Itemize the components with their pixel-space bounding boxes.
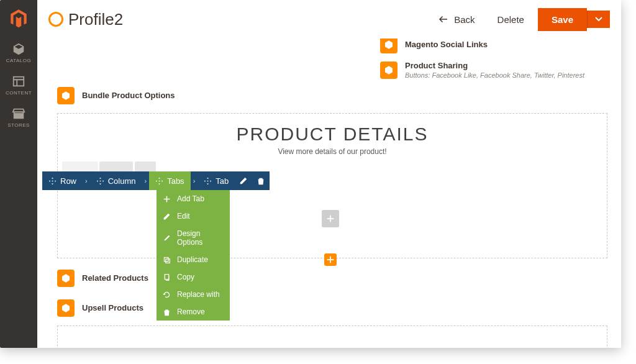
product-details-heading: PRODUCT DETAILS xyxy=(58,124,607,145)
menu-add-tab[interactable]: Add Tab xyxy=(157,190,230,207)
menu-edit[interactable]: Edit xyxy=(157,207,230,225)
breadcrumb-tab[interactable]: Tab xyxy=(198,171,235,190)
bottom-section xyxy=(57,325,607,348)
chevron-right-icon: › xyxy=(142,177,149,184)
menu-design-options[interactable]: Design Options xyxy=(157,225,230,251)
menu-label: Copy xyxy=(177,273,194,281)
menu-replace[interactable]: Replace with xyxy=(157,286,230,303)
menu-label: Replace with xyxy=(177,290,220,299)
sidebar-item-content[interactable]: CONTENT xyxy=(0,70,37,102)
trash-icon xyxy=(163,308,171,316)
delete-button[interactable]: Delete xyxy=(489,11,533,29)
box-icon xyxy=(57,87,75,104)
box-icon xyxy=(380,39,398,53)
sidebar-item-label: CONTENT xyxy=(6,90,32,96)
admin-sidebar: CATALOG CONTENT STORES xyxy=(0,0,37,348)
svg-rect-0 xyxy=(14,77,24,86)
breadcrumb-column[interactable]: Column xyxy=(90,171,142,190)
brush-icon xyxy=(163,234,171,242)
box-icon xyxy=(57,270,75,287)
delete-element-button[interactable] xyxy=(252,171,270,190)
tab-stub[interactable] xyxy=(62,162,98,171)
breadcrumb-row[interactable]: Row xyxy=(42,171,83,190)
menu-label: Duplicate xyxy=(177,255,208,264)
menu-label: Add Tab xyxy=(177,194,204,203)
menu-label: Remove xyxy=(177,307,205,316)
svg-rect-5 xyxy=(166,258,170,263)
product-details-sub: View more details of our product! xyxy=(58,147,607,156)
breadcrumb-label: Column xyxy=(108,176,136,186)
move-icon xyxy=(96,177,104,185)
profile-ring-icon xyxy=(48,12,63,27)
add-row-button[interactable] xyxy=(324,253,337,266)
back-button[interactable]: Back xyxy=(429,10,483,29)
tab-stub[interactable] xyxy=(135,162,156,171)
page-title: Profile2 xyxy=(68,10,123,29)
widget-subtitle: Buttons: Facebook Like, Facebook Share, … xyxy=(405,71,584,80)
menu-label: Edit xyxy=(177,212,190,221)
menu-label: Design Options xyxy=(177,229,224,247)
tab-stub[interactable] xyxy=(99,162,133,171)
svg-rect-4 xyxy=(164,257,168,262)
box-icon xyxy=(57,299,75,317)
plus-icon xyxy=(326,214,335,223)
sidebar-item-stores[interactable]: STORES xyxy=(0,102,37,134)
save-button[interactable]: Save xyxy=(538,8,587,31)
page-header: Profile2 Back Delete Save xyxy=(37,0,621,39)
trash-icon xyxy=(257,176,265,185)
add-element-button[interactable] xyxy=(322,210,339,227)
edit-button[interactable] xyxy=(235,171,252,190)
widget-title: Magento Social Links xyxy=(405,40,488,50)
save-dropdown-button[interactable] xyxy=(587,11,610,28)
magento-logo xyxy=(0,0,37,37)
element-breadcrumb: Row › Column › Tabs › Tab xyxy=(42,171,270,190)
pencil-icon xyxy=(163,212,171,221)
refresh-icon xyxy=(163,291,171,299)
menu-remove[interactable]: Remove xyxy=(157,303,230,321)
breadcrumb-label: Tab xyxy=(216,176,229,186)
back-label: Back xyxy=(454,14,475,25)
widget-title: Bundle Product Options xyxy=(82,91,175,101)
svg-rect-6 xyxy=(165,274,169,279)
builder-canvas: Magento Social Links Product Sharing But… xyxy=(37,39,621,348)
copy-icon xyxy=(163,273,171,281)
duplicate-icon xyxy=(163,256,171,264)
menu-duplicate[interactable]: Duplicate xyxy=(157,251,230,268)
sidebar-item-label: STORES xyxy=(7,122,30,128)
chevron-right-icon: › xyxy=(83,177,90,184)
pencil-icon xyxy=(239,176,248,185)
breadcrumb-label: Tabs xyxy=(167,176,184,186)
chevron-right-icon: › xyxy=(191,177,198,184)
widget-title: Related Products xyxy=(82,273,148,283)
caret-down-icon xyxy=(595,17,602,22)
svg-rect-3 xyxy=(14,113,24,118)
move-icon xyxy=(48,177,57,185)
widget-title: Upsell Products xyxy=(82,303,143,313)
breadcrumb-label: Row xyxy=(60,176,76,186)
widget-bundle-product-options[interactable]: Bundle Product Options xyxy=(57,87,175,104)
move-icon xyxy=(204,177,212,185)
plus-icon xyxy=(163,195,171,203)
breadcrumb-tabs[interactable]: Tabs xyxy=(149,171,190,190)
widget-upsell-products[interactable]: Upsell Products xyxy=(57,299,143,317)
plus-icon xyxy=(326,255,335,264)
save-label: Save xyxy=(552,14,573,25)
menu-copy[interactable]: Copy xyxy=(157,268,230,286)
widget-related-products[interactable]: Related Products xyxy=(57,270,148,287)
widget-product-sharing[interactable]: Product Sharing Buttons: Facebook Like, … xyxy=(380,58,584,82)
sidebar-item-label: CATALOG xyxy=(6,58,32,63)
tabs-context-menu: Add Tab Edit Design Options Duplicate Co… xyxy=(157,190,230,321)
widget-magento-social-links[interactable]: Magento Social Links xyxy=(380,39,488,56)
sidebar-item-catalog[interactable]: CATALOG xyxy=(0,37,37,70)
widget-title: Product Sharing xyxy=(405,61,584,71)
move-icon xyxy=(155,177,163,185)
box-icon xyxy=(380,61,398,79)
